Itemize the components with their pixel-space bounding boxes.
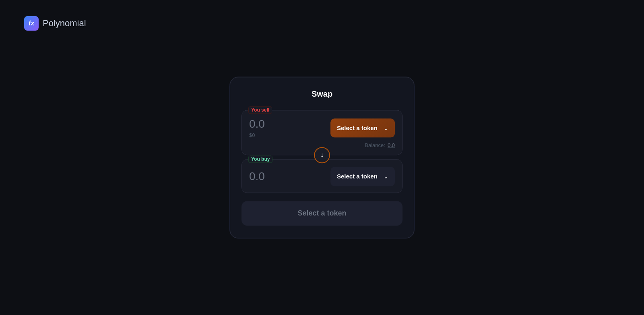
app-header: fx Polynomial <box>24 16 86 31</box>
balance-value[interactable]: 0.0 <box>388 142 395 148</box>
buy-panel: You buy 0.0 Select a token ⌄ <box>242 159 402 193</box>
swap-container: Swap You sell 0.0 $0 Select a token ⌄ Ba… <box>229 77 415 238</box>
sell-token-select-text: Select a token <box>337 124 378 132</box>
buy-amount: 0.0 <box>249 170 265 183</box>
balance-label: Balance: <box>365 142 385 148</box>
buy-token-select-text: Select a token <box>337 172 378 180</box>
sell-panel-row: 0.0 $0 Select a token ⌄ <box>249 118 395 138</box>
buy-amount-section: 0.0 <box>249 170 265 183</box>
buy-label: You buy <box>248 155 272 163</box>
swap-direction-button[interactable]: ↓ <box>314 147 330 163</box>
sell-amount-section: 0.0 $0 <box>249 118 265 138</box>
logo-icon: fx <box>24 16 39 31</box>
sell-usd-value: $0 <box>249 132 265 138</box>
app-name: Polynomial <box>43 18 86 29</box>
sell-amount: 0.0 <box>249 118 265 131</box>
buy-panel-row: 0.0 Select a token ⌄ <box>249 167 395 186</box>
swap-card: Swap You sell 0.0 $0 Select a token ⌄ Ba… <box>229 77 415 238</box>
arrow-down-icon: ↓ <box>320 151 324 159</box>
buy-chevron-down-icon: ⌄ <box>384 173 388 180</box>
swap-inner: Swap You sell 0.0 $0 Select a token ⌄ Ba… <box>230 77 414 238</box>
sell-label: You sell <box>248 106 272 114</box>
buy-token-select-button[interactable]: Select a token ⌄ <box>330 167 395 186</box>
sell-chevron-down-icon: ⌄ <box>384 125 388 131</box>
bottom-select-token-button[interactable]: Select a token <box>242 201 402 226</box>
swap-title: Swap <box>242 89 402 99</box>
sell-token-select-button[interactable]: Select a token ⌄ <box>330 118 395 138</box>
